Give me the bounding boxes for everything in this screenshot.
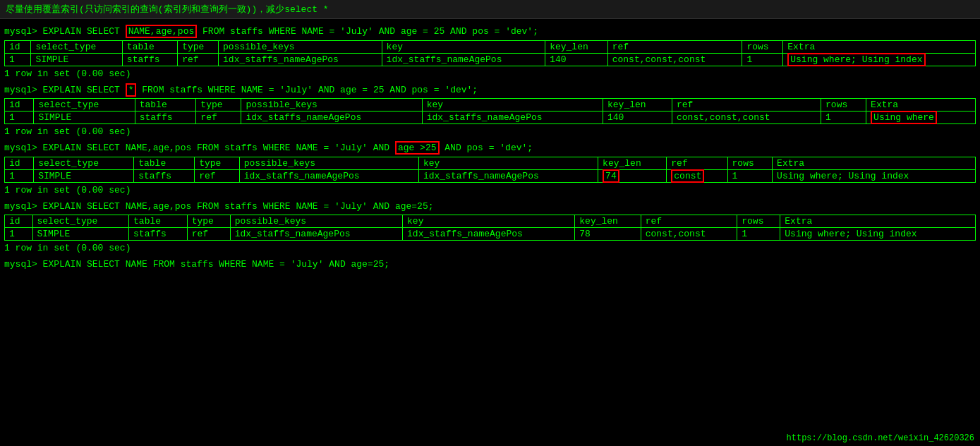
- cell-table: staffs: [134, 169, 195, 182]
- top-banner: 尽量使用覆盖索引(只访问索引的查询(索引列和查询列一致))，减少select *: [0, 0, 980, 19]
- cell-id: 1: [5, 228, 33, 241]
- table-row: 1 SIMPLE staffs ref idx_staffs_nameAgePo…: [5, 169, 976, 182]
- table-header-row: id select_type table type possible_keys …: [5, 40, 976, 53]
- col-key-len: key_len: [575, 215, 641, 228]
- bottom-url: https://blog.csdn.net/weixin_42620326: [787, 433, 974, 443]
- cell-extra: Using where: [866, 112, 976, 124]
- cell-table: staffs: [135, 112, 196, 124]
- row-count-1: 1 row in set (0.00 sec): [4, 68, 976, 79]
- col-ref: ref: [672, 99, 821, 112]
- col-type: type: [187, 215, 230, 228]
- col-select-type: select_type: [34, 99, 135, 112]
- terminal-block-3: mysql> EXPLAIN SELECT NAME,age,pos FROM …: [4, 141, 976, 195]
- terminal-block-4: mysql> EXPLAIN SELECT NAME,age,pos FROM …: [4, 200, 976, 254]
- main-content: mysql> EXPLAIN SELECT NAME,age,pos FROM …: [0, 19, 980, 282]
- col-key-len: key_len: [598, 157, 667, 169]
- col-extra: Extra: [773, 157, 976, 169]
- cell-select-type: SIMPLE: [34, 112, 135, 124]
- col-ref: ref: [641, 215, 737, 228]
- highlight-star: *: [126, 83, 137, 97]
- cell-key: idx_staffs_nameAgePos: [382, 53, 545, 66]
- row-count-3: 1 row in set (0.00 sec): [4, 185, 976, 195]
- result-table-3: id select_type table type possible_keys …: [4, 157, 976, 183]
- cmd-line-1: mysql> EXPLAIN SELECT NAME,age,pos FROM …: [4, 25, 976, 39]
- col-possible-keys: possible_keys: [230, 215, 402, 228]
- result-table-1: id select_type table type possible_keys …: [4, 40, 976, 66]
- col-table: table: [135, 99, 196, 112]
- col-ref: ref: [667, 157, 727, 169]
- cell-id: 1: [5, 53, 31, 66]
- cell-rows: 1: [737, 228, 780, 241]
- url-text: https://blog.csdn.net/weixin_42620326: [787, 433, 974, 443]
- cell-extra: Using where; Using index: [783, 53, 976, 66]
- col-extra: Extra: [783, 40, 976, 53]
- cell-extra: Using where; Using index: [773, 169, 976, 182]
- cell-possible-keys: idx_staffs_nameAgePos: [239, 169, 418, 182]
- col-key: key: [382, 40, 545, 53]
- cell-id: 1: [5, 169, 34, 182]
- cell-ref: const,const,const: [607, 53, 742, 66]
- col-table: table: [134, 157, 195, 169]
- cmd-line-4: mysql> EXPLAIN SELECT NAME,age,pos FROM …: [4, 200, 976, 214]
- extra-highlight-2: Using where: [871, 111, 937, 124]
- col-id: id: [5, 157, 34, 169]
- terminal-block-2: mysql> EXPLAIN SELECT * FROM staffs WHER…: [4, 83, 976, 138]
- col-possible-keys: possible_keys: [239, 157, 418, 169]
- table-header-row: id select_type table type possible_keys …: [5, 99, 976, 112]
- cell-table: staffs: [129, 228, 188, 241]
- highlight-ref-const: const: [671, 169, 704, 183]
- cell-possible-keys: idx_staffs_nameAgePos: [219, 53, 382, 66]
- table-row: 1 SIMPLE staffs ref idx_staffs_nameAgePo…: [5, 53, 976, 66]
- col-extra: Extra: [780, 215, 976, 228]
- cell-key-len: 140: [603, 112, 672, 124]
- col-possible-keys: possible_keys: [241, 99, 422, 112]
- cell-type: ref: [196, 112, 241, 124]
- col-key: key: [403, 215, 575, 228]
- cell-type: ref: [178, 53, 219, 66]
- col-select-type: select_type: [31, 40, 122, 53]
- col-select-type: select_type: [34, 157, 134, 169]
- cell-key: idx_staffs_nameAgePos: [403, 228, 575, 241]
- col-type: type: [196, 99, 241, 112]
- col-id: id: [5, 215, 33, 228]
- cell-type: ref: [187, 228, 230, 241]
- col-select-type: select_type: [32, 215, 129, 228]
- cell-id: 1: [5, 112, 34, 124]
- cell-rows: 1: [821, 112, 866, 124]
- cell-key-len: 140: [545, 53, 608, 66]
- row-count-4: 1 row in set (0.00 sec): [4, 243, 976, 253]
- col-id: id: [5, 40, 31, 53]
- cell-rows: 1: [727, 169, 773, 182]
- cell-possible-keys: idx_staffs_nameAgePos: [241, 112, 422, 124]
- table-row: 1 SIMPLE staffs ref idx_staffs_nameAgePo…: [5, 112, 976, 124]
- cell-rows: 1: [742, 53, 783, 66]
- cell-key: idx_staffs_nameAgePos: [418, 169, 598, 182]
- col-rows: rows: [727, 157, 773, 169]
- col-key-len: key_len: [545, 40, 608, 53]
- cmd-line-2: mysql> EXPLAIN SELECT * FROM staffs WHER…: [4, 83, 976, 97]
- result-table-4: id select_type table type possible_keys …: [4, 215, 976, 241]
- col-ref: ref: [607, 40, 742, 53]
- col-key-len: key_len: [603, 99, 672, 112]
- cell-extra: Using where; Using index: [780, 228, 976, 241]
- highlight-age-gt: age >25: [395, 141, 440, 155]
- cell-key: idx_staffs_nameAgePos: [422, 112, 603, 124]
- col-rows: rows: [737, 215, 780, 228]
- banner-text: 尽量使用覆盖索引(只访问索引的查询(索引列和查询列一致))，减少select *: [6, 4, 329, 15]
- cmd-line-5: mysql> EXPLAIN SELECT NAME FROM staffs W…: [4, 258, 976, 272]
- highlight-name-age-pos: NAME,age,pos: [126, 25, 198, 38]
- col-type: type: [195, 157, 240, 169]
- col-table: table: [129, 215, 188, 228]
- col-type: type: [178, 40, 219, 53]
- col-table: table: [122, 40, 177, 53]
- table-row: 1 SIMPLE staffs ref idx_staffs_nameAgePo…: [5, 228, 976, 241]
- cell-select-type: SIMPLE: [34, 169, 134, 182]
- cell-table: staffs: [122, 53, 177, 66]
- col-rows: rows: [742, 40, 783, 53]
- col-key: key: [422, 99, 603, 112]
- cell-select-type: SIMPLE: [32, 228, 129, 241]
- col-possible-keys: possible_keys: [219, 40, 382, 53]
- col-id: id: [5, 99, 34, 112]
- cell-type: ref: [195, 169, 240, 182]
- cell-ref: const,const,const: [672, 112, 821, 124]
